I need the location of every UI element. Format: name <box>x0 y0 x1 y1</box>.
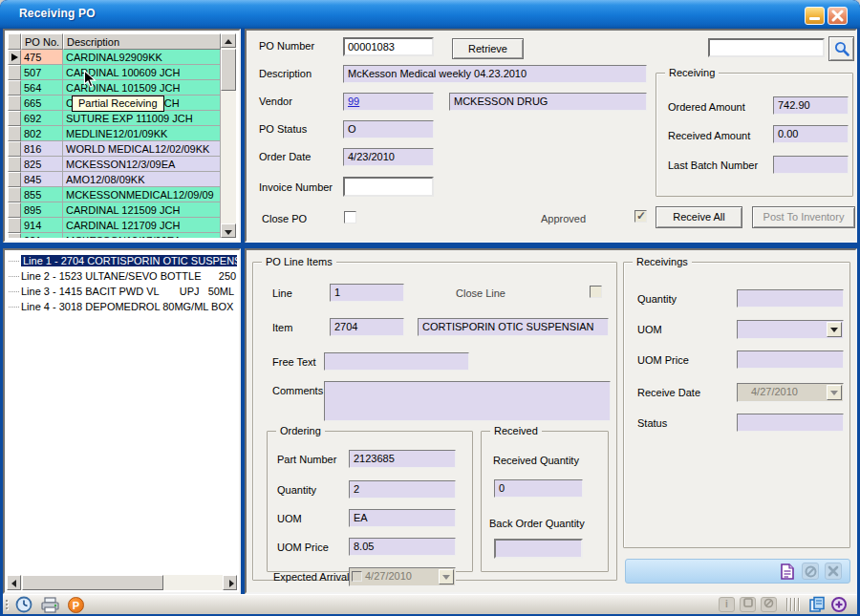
copy-pages-icon[interactable] <box>808 596 826 613</box>
description-cell[interactable]: MEDLINE12/01/09KK <box>63 126 221 141</box>
save-icon[interactable] <box>740 597 756 612</box>
search-button[interactable] <box>828 36 854 61</box>
scroll-up-button[interactable] <box>221 33 236 48</box>
grid-row[interactable]: 816WORLD MEDICAL12/02/09KK <box>8 141 236 157</box>
row-selector[interactable] <box>8 157 21 172</box>
invoice-number-input[interactable] <box>343 177 434 197</box>
po-line-tree[interactable]: Line 1 - 2704 CORTISPORIN OTIC SUSPENSIL… <box>7 254 237 573</box>
cancel-icon[interactable] <box>761 597 777 612</box>
row-selector[interactable] <box>8 65 21 80</box>
row-selector[interactable] <box>8 187 21 202</box>
received-quantity-field: 0 <box>494 479 583 498</box>
grid-row[interactable]: 825MCKESSON12/3/09EA <box>8 157 236 172</box>
description-cell[interactable]: MCKESSON12/17/09EA <box>63 233 221 238</box>
expected-arrival-datepicker[interactable]: 4/27/2010 <box>349 567 456 586</box>
uom-dropdown-button[interactable] <box>827 322 842 337</box>
close-po-checkbox[interactable] <box>344 211 356 223</box>
grid-row[interactable]: 507CARDINAL 100609 JCH <box>8 65 236 80</box>
receive-all-button[interactable]: Receive All <box>656 206 742 228</box>
po-no-cell[interactable]: 564 <box>21 80 63 96</box>
po-no-cell[interactable]: 895 <box>21 202 63 218</box>
grid-row[interactable]: 845AMO12/08/09KK <box>8 172 236 187</box>
description-cell[interactable]: MCKESSONMEDICAL12/09/09 <box>63 187 221 202</box>
date-dropdown-button[interactable] <box>827 385 842 400</box>
po-no-cell[interactable]: 825 <box>21 157 63 172</box>
row-selector[interactable] <box>8 50 21 65</box>
grid-row[interactable]: 895CARDINAL 121509 JCH <box>8 202 236 218</box>
tree-horizontal-scrollbar[interactable] <box>7 575 237 590</box>
po-no-cell[interactable]: 692 <box>21 111 63 126</box>
row-selector[interactable] <box>8 141 21 157</box>
grid-header-po-no[interactable]: PO No. <box>21 33 63 50</box>
quantity-label: Quantity <box>277 484 316 496</box>
grid-row[interactable]: 475CARDINAL92909KK <box>8 50 236 65</box>
po-no-cell[interactable]: 802 <box>21 126 63 141</box>
clock-icon[interactable] <box>15 596 32 613</box>
row-selector[interactable] <box>8 233 21 238</box>
tree-item[interactable]: Line 2 - 1523 ULTANE/SEVO BOTTLE 250 <box>7 269 237 285</box>
row-selector[interactable] <box>8 172 21 187</box>
title-bar[interactable]: Receiving PO <box>0 0 860 29</box>
add-circle-icon[interactable] <box>830 596 848 613</box>
receiving-uom-combobox[interactable] <box>737 320 844 339</box>
po-no-cell[interactable]: 507 <box>21 65 63 80</box>
description-cell[interactable]: AMO12/08/09KK <box>63 172 221 187</box>
p-badge-icon[interactable]: P <box>68 597 84 613</box>
description-cell[interactable]: MCKESSON12/3/09EA <box>63 157 221 172</box>
close-line-checkbox[interactable] <box>590 286 602 298</box>
cancel-receiving-button[interactable] <box>802 563 819 580</box>
row-selector[interactable] <box>8 80 21 96</box>
grid-row[interactable]: 914CARDINAL 121709 JCH <box>8 218 236 233</box>
scroll-thumb-horizontal[interactable] <box>22 575 163 590</box>
po-grid-panel: PO No. Description 475CARDINAL92909KK507… <box>3 29 241 243</box>
grid-row[interactable]: 802MEDLINE12/01/09KK <box>8 126 236 141</box>
scroll-thumb[interactable] <box>221 49 236 91</box>
po-no-cell[interactable]: 845 <box>21 172 63 187</box>
retrieve-button[interactable]: Retrieve <box>452 38 524 59</box>
new-receiving-button[interactable] <box>779 563 796 580</box>
row-selector[interactable] <box>8 111 21 126</box>
vendor-code-link[interactable]: 99 <box>348 96 359 107</box>
po-no-cell[interactable]: 921 <box>21 233 63 238</box>
close-button[interactable] <box>828 7 848 25</box>
row-selector[interactable] <box>8 96 21 111</box>
comments-textarea[interactable] <box>324 381 611 421</box>
info-icon[interactable]: i <box>719 597 735 612</box>
tree-item[interactable]: Line 4 - 3018 DEPOMEDROL 80MG/ML BOX <box>7 300 237 315</box>
scroll-down-button[interactable] <box>221 223 236 238</box>
po-no-cell[interactable]: 855 <box>21 187 63 202</box>
grid-row[interactable]: 564CARDINAL 101509 JCH <box>8 80 236 96</box>
grid-header-description[interactable]: Description <box>63 33 221 50</box>
grid-row[interactable]: 692SUTURE EXP 111009 JCH <box>8 111 236 126</box>
description-cell[interactable]: WORLD MEDICAL12/02/09KK <box>63 141 221 157</box>
row-selector[interactable] <box>8 126 21 141</box>
po-no-cell[interactable]: 816 <box>21 141 63 157</box>
row-selector[interactable] <box>8 218 21 233</box>
scroll-left-button[interactable] <box>7 575 21 590</box>
delete-receiving-button[interactable] <box>825 563 842 580</box>
po-no-cell[interactable]: 475 <box>21 50 63 65</box>
row-selector[interactable] <box>8 202 21 218</box>
description-cell[interactable]: SUTURE EXP 111009 JCH <box>63 111 221 126</box>
receive-date-picker[interactable]: 4/27/2010 <box>737 383 844 402</box>
description-cell[interactable]: CARDINAL 121509 JCH <box>63 202 221 218</box>
tree-item[interactable]: Line 1 - 2704 CORTISPORIN OTIC SUSPENSI <box>7 254 237 269</box>
dropdown-button[interactable] <box>439 569 454 584</box>
po-number-input[interactable] <box>343 37 434 56</box>
po-grid[interactable]: PO No. Description 475CARDINAL92909KK507… <box>8 33 236 238</box>
vendor-search-input[interactable] <box>708 38 825 57</box>
po-no-cell[interactable]: 914 <box>21 218 63 233</box>
scroll-right-button[interactable] <box>223 575 237 590</box>
grid-row[interactable]: 921MCKESSON12/17/09EA <box>8 233 236 238</box>
expected-arrival-checkbox[interactable] <box>352 571 362 582</box>
description-cell[interactable]: CARDINAL 121709 JCH <box>63 218 221 233</box>
grid-row[interactable]: 855MCKESSONMEDICAL12/09/09 <box>8 187 236 202</box>
printer-icon[interactable] <box>41 597 59 613</box>
description-cell[interactable]: CARDINAL92909KK <box>63 50 221 65</box>
post-to-inventory-button[interactable]: Post To Inventory <box>752 206 855 228</box>
approved-checkbox[interactable]: ✓ <box>634 210 647 223</box>
grid-vertical-scrollbar[interactable] <box>221 33 236 238</box>
po-no-cell[interactable]: 665 <box>21 96 63 111</box>
tree-item[interactable]: Line 3 - 1415 BACIT PWD VL UPJ 50ML <box>7 285 237 300</box>
minimize-button[interactable] <box>805 7 825 25</box>
